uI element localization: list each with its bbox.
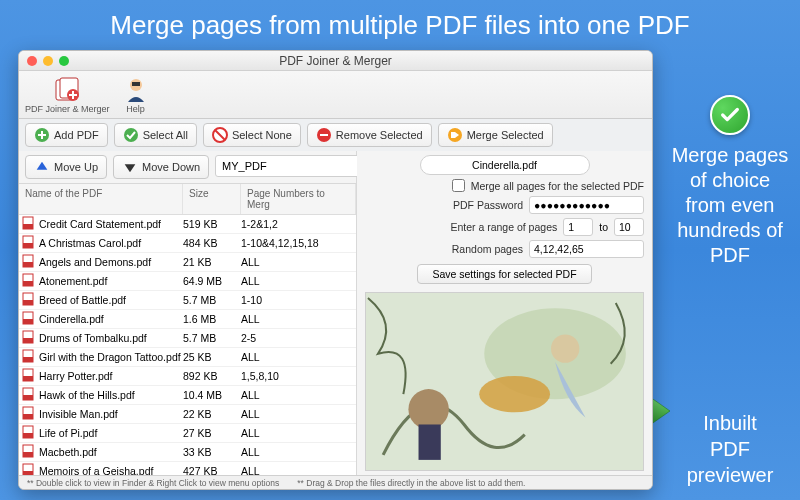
file-pages: 1,5,8,10 <box>241 370 356 382</box>
table-row[interactable]: Girl with the Dragon Tattoo.pdf25 KBALL <box>19 348 356 367</box>
footer-tip-1: ** Double click to view in Finder & Righ… <box>27 478 279 488</box>
action-bar: Add PDF Select All Select None Remove Se… <box>19 119 652 151</box>
pdf-file-icon <box>22 406 36 422</box>
file-table-body[interactable]: Credit Card Statement.pdf519 KB1-2&1,2A … <box>19 215 356 475</box>
callout-inbuilt-previewer: Inbuilt PDF previewer <box>670 410 790 488</box>
toolbar-app-button[interactable]: PDF Joiner & Merger <box>25 76 110 114</box>
pdf-file-icon <box>22 273 36 289</box>
save-settings-button[interactable]: Save settings for selected PDF <box>417 264 592 284</box>
table-row[interactable]: Angels and Demons.pdf21 KBALL <box>19 253 356 272</box>
svg-rect-16 <box>23 262 33 267</box>
file-size: 5.7 MB <box>183 294 241 306</box>
status-bar: ** Double click to view in Finder & Righ… <box>19 475 652 489</box>
table-row[interactable]: Hawk of the Hills.pdf10.4 MBALL <box>19 386 356 405</box>
file-name: Macbeth.pdf <box>39 446 183 458</box>
hero-title: Merge pages from multiple PDF files into… <box>0 0 800 47</box>
select-none-button[interactable]: Select None <box>203 123 301 147</box>
check-icon <box>710 95 750 135</box>
selected-file-label: Cinderella.pdf <box>420 155 590 175</box>
svg-rect-36 <box>23 452 33 457</box>
file-name: Harry Potter.pdf <box>39 370 183 382</box>
arrow-up-icon <box>34 159 50 175</box>
svg-rect-4 <box>132 82 140 86</box>
file-size: 64.9 MB <box>183 275 241 287</box>
pdf-file-icon <box>22 349 36 365</box>
pdf-file-icon <box>22 292 36 308</box>
pdf-file-icon <box>22 330 36 346</box>
arrow-down-icon <box>122 159 138 175</box>
move-down-button[interactable]: Move Down <box>113 155 209 179</box>
merge-all-checkbox[interactable] <box>452 179 465 192</box>
svg-rect-38 <box>23 471 33 475</box>
password-input[interactable] <box>529 196 644 214</box>
output-filename-input[interactable] <box>215 155 367 177</box>
file-size: 22 KB <box>183 408 241 420</box>
table-row[interactable]: Cinderella.pdf1.6 MBALL <box>19 310 356 329</box>
plus-icon <box>34 127 50 143</box>
pdf-file-icon <box>22 387 36 403</box>
footer-tip-2: ** Drag & Drop the files directly in the… <box>297 478 525 488</box>
password-label: PDF Password <box>453 199 523 211</box>
table-row[interactable]: Atonement.pdf64.9 MBALL <box>19 272 356 291</box>
svg-rect-20 <box>23 300 33 305</box>
table-row[interactable]: Drums of Tombalku.pdf5.7 MB2-5 <box>19 329 356 348</box>
table-row[interactable]: Harry Potter.pdf892 KB1,5,8,10 <box>19 367 356 386</box>
svg-rect-18 <box>23 281 33 286</box>
pdf-joiner-icon <box>53 76 81 104</box>
svg-rect-22 <box>23 319 33 324</box>
toolbar-help-button[interactable]: Help <box>122 76 150 114</box>
file-size: 25 KB <box>183 351 241 363</box>
col-size-header[interactable]: Size <box>183 184 241 214</box>
select-all-button[interactable]: Select All <box>114 123 197 147</box>
toolbar-help-label: Help <box>126 104 145 114</box>
app-window: PDF Joiner & Merger PDF Joiner & Merger … <box>18 50 653 490</box>
file-size: 21 KB <box>183 256 241 268</box>
pdf-file-icon <box>22 235 36 251</box>
merge-selected-button[interactable]: Merge Selected <box>438 123 553 147</box>
file-name: Cinderella.pdf <box>39 313 183 325</box>
table-header: Name of the PDF Size Page Numbers to Mer… <box>19 184 356 215</box>
prohibit-icon <box>212 127 228 143</box>
col-name-header[interactable]: Name of the PDF <box>19 184 183 214</box>
svg-rect-30 <box>23 395 33 400</box>
pdf-preview[interactable] <box>365 292 644 471</box>
file-pages: ALL <box>241 389 356 401</box>
range-label: Enter a range of pages <box>450 221 557 233</box>
svg-point-43 <box>408 389 448 429</box>
col-pages-header[interactable]: Page Numbers to Merg <box>241 184 356 214</box>
range-from-input[interactable] <box>563 218 593 236</box>
file-pages: ALL <box>241 465 356 475</box>
table-row[interactable]: A Christmas Carol.pdf484 KB1-10&4,12,15,… <box>19 234 356 253</box>
file-pages: ALL <box>241 313 356 325</box>
move-up-button[interactable]: Move Up <box>25 155 107 179</box>
file-name: Invisible Man.pdf <box>39 408 183 420</box>
add-pdf-button[interactable]: Add PDF <box>25 123 108 147</box>
pdf-file-icon <box>22 254 36 270</box>
file-pages: 2-5 <box>241 332 356 344</box>
table-row[interactable]: Life of Pi.pdf27 KBALL <box>19 424 356 443</box>
random-pages-input[interactable] <box>529 240 644 258</box>
file-name: Hawk of the Hills.pdf <box>39 389 183 401</box>
range-to-input[interactable] <box>614 218 644 236</box>
file-pages: 1-10&4,12,15,18 <box>241 237 356 249</box>
random-label: Random pages <box>452 243 523 255</box>
file-pages: ALL <box>241 408 356 420</box>
table-row[interactable]: Credit Card Statement.pdf519 KB1-2&1,2 <box>19 215 356 234</box>
file-size: 1.6 MB <box>183 313 241 325</box>
file-list-pane: Move Up Move Down Name of the PDF Size P… <box>19 151 357 475</box>
file-name: Memoirs of a Geisha.pdf <box>39 465 183 475</box>
file-size: 519 KB <box>183 218 241 230</box>
merge-all-label: Merge all pages for the selected PDF <box>471 180 644 192</box>
file-pages: ALL <box>241 351 356 363</box>
file-name: Credit Card Statement.pdf <box>39 218 183 230</box>
table-row[interactable]: Breed of Battle.pdf5.7 MB1-10 <box>19 291 356 310</box>
toolbar-app-label: PDF Joiner & Merger <box>25 104 110 114</box>
pdf-file-icon <box>22 463 36 475</box>
table-row[interactable]: Macbeth.pdf33 KBALL <box>19 443 356 462</box>
remove-selected-button[interactable]: Remove Selected <box>307 123 432 147</box>
table-row[interactable]: Memoirs of a Geisha.pdf427 KBALL <box>19 462 356 475</box>
table-row[interactable]: Invisible Man.pdf22 KBALL <box>19 405 356 424</box>
svg-rect-28 <box>23 376 33 381</box>
main-toolbar: PDF Joiner & Merger Help <box>19 71 652 119</box>
svg-rect-14 <box>23 243 33 248</box>
